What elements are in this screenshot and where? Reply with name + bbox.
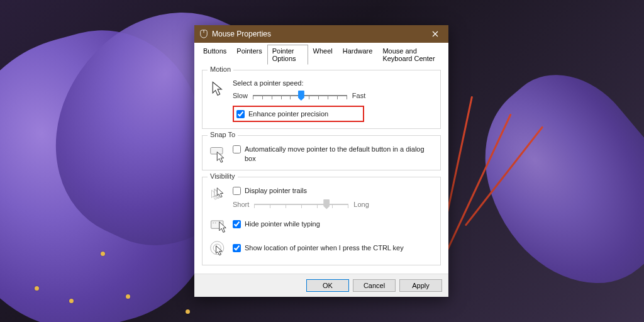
snap-to-label[interactable]: Automatically move pointer to the defaul… — [245, 145, 434, 163]
cancel-button[interactable]: Cancel — [353, 279, 396, 292]
enhance-precision-label[interactable]: Enhance pointer precision — [248, 109, 328, 118]
pointer-trails-checkbox[interactable] — [233, 187, 241, 195]
tab-pointer-options[interactable]: Pointer Options — [267, 45, 308, 65]
tab-wheel[interactable]: Wheel — [308, 45, 338, 65]
mouse-properties-dialog: Mouse Properties Buttons Pointers Pointe… — [194, 25, 448, 297]
pointer-speed-icon — [209, 79, 228, 98]
group-visibility-label: Visibility — [208, 172, 238, 180]
snap-to-icon — [209, 145, 228, 164]
titlebar[interactable]: Mouse Properties — [194, 25, 448, 43]
hide-typing-icon — [209, 216, 228, 235]
tab-hardware[interactable]: Hardware — [338, 45, 378, 65]
show-location-ctrl-checkbox[interactable] — [233, 244, 241, 252]
close-button[interactable] — [422, 25, 448, 43]
pointer-speed-label: Select a pointer speed: — [233, 79, 434, 87]
snap-to-checkbox[interactable] — [233, 145, 241, 153]
group-motion: Motion Select a pointer speed: Slow Fas — [202, 70, 441, 129]
tab-pointers[interactable]: Pointers — [231, 45, 267, 65]
tab-buttons[interactable]: Buttons — [198, 45, 231, 65]
pointer-speed-slider[interactable] — [253, 89, 347, 102]
tab-mouse-keyboard-center[interactable]: Mouse and Keyboard Center — [377, 45, 445, 65]
pointer-trails-label[interactable]: Display pointer trails — [245, 186, 307, 195]
apply-button[interactable]: Apply — [399, 279, 442, 292]
trails-length-slider — [254, 198, 348, 211]
mouse-icon — [199, 30, 208, 38]
enhance-precision-highlight: Enhance pointer precision — [233, 106, 364, 122]
show-location-ctrl-label[interactable]: Show location of pointer when I press th… — [245, 243, 404, 252]
group-snap-label: Snap To — [208, 131, 238, 138]
hide-while-typing-label[interactable]: Hide pointer while typing — [245, 219, 320, 228]
button-bar: OK Cancel Apply — [194, 274, 448, 297]
long-label: Long — [353, 201, 369, 208]
client-area: Motion Select a pointer speed: Slow Fas — [194, 65, 448, 274]
ok-button[interactable]: OK — [306, 279, 349, 292]
fast-label: Fast — [352, 92, 365, 99]
hide-while-typing-checkbox[interactable] — [233, 220, 241, 228]
group-snap-to: Snap To Automatically move pointer to th… — [202, 135, 441, 170]
svg-rect-1 — [211, 148, 223, 155]
group-visibility: Visibility Display pointer trails — [202, 177, 441, 265]
ctrl-location-icon — [209, 240, 228, 258]
short-label: Short — [233, 201, 249, 208]
window-title: Mouse Properties — [212, 30, 422, 38]
group-motion-label: Motion — [208, 65, 233, 73]
enhance-precision-checkbox[interactable] — [236, 110, 245, 118]
slow-label: Slow — [233, 92, 248, 99]
tabstrip: Buttons Pointers Pointer Options Wheel H… — [194, 43, 448, 64]
pointer-trails-icon — [209, 186, 228, 205]
